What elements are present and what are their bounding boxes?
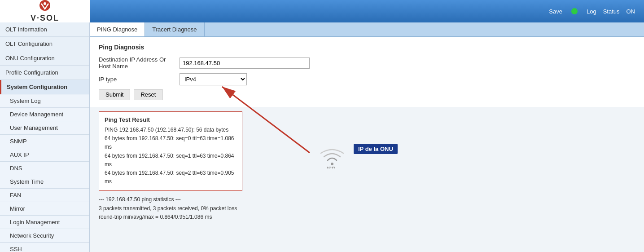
sidebar-item-fan[interactable]: FAN bbox=[0, 189, 89, 202]
reset-button[interactable]: Reset bbox=[134, 89, 162, 100]
sidebar-item-login-mgmt[interactable]: Login Management bbox=[0, 216, 89, 229]
sidebar-item-system-log[interactable]: System Log bbox=[0, 94, 89, 108]
on-link[interactable]: ON bbox=[626, 8, 635, 15]
ping-stats-line2: 3 packets transmitted, 3 packets receive… bbox=[99, 204, 635, 213]
sidebar-item-user-mgmt[interactable]: User Management bbox=[0, 121, 89, 135]
ip-type-label: IP type bbox=[99, 76, 180, 83]
tab-tracert-diagnose[interactable]: Tracert Diagnose bbox=[145, 22, 204, 36]
ping-result-title: Ping Test Result bbox=[105, 116, 237, 123]
tab-ping-diagnose[interactable]: PING Diagnose bbox=[90, 22, 145, 36]
sidebar-section-system-config[interactable]: System Configuration bbox=[0, 80, 89, 94]
log-link[interactable]: Log bbox=[587, 8, 596, 15]
ping-form: Ping Diagnosis Destination IP Address Or… bbox=[90, 37, 644, 107]
ip-type-select[interactable]: IPv4 IPv6 bbox=[180, 73, 247, 85]
logo-text: V·SOL bbox=[31, 13, 59, 23]
status-link[interactable]: Status bbox=[603, 8, 620, 15]
ping-result-line-3: 64 bytes from 192.168.47.50: seq=2 ttl=6… bbox=[105, 169, 237, 186]
dest-ip-label: Destination IP Address OrHost Name bbox=[99, 56, 180, 70]
ping-result-box: Ping Test Result PING 192.168.47.50 (192… bbox=[99, 111, 242, 191]
ping-stats-line1: --- 192.168.47.50 ping statistics --- bbox=[99, 195, 635, 204]
wifi-icon: ISP bbox=[319, 146, 346, 171]
sidebar-item-device-mgmt[interactable]: Device Management bbox=[0, 108, 89, 121]
sidebar-item-snmp[interactable]: SNMP bbox=[0, 135, 89, 148]
save-button[interactable]: Save bbox=[549, 8, 562, 15]
sidebar-item-system-time[interactable]: System Time bbox=[0, 175, 89, 189]
ping-result-line-0: PING 192.168.47.50 (192.168.47.50): 56 d… bbox=[105, 126, 237, 134]
ping-form-title: Ping Diagnosis bbox=[99, 44, 635, 51]
svg-text:ISP: ISP bbox=[327, 166, 335, 168]
sidebar: OLT Information OLT Configuration ONU Co… bbox=[0, 22, 90, 252]
submit-button[interactable]: Submit bbox=[99, 89, 130, 100]
ping-result-line-2: 64 bytes from 192.168.47.50: seq=1 ttl=6… bbox=[105, 152, 237, 169]
sidebar-item-profile-config[interactable]: Profile Configuration bbox=[0, 66, 89, 80]
ping-result-line-1: 64 bytes from 192.168.47.50: seq=0 ttl=6… bbox=[105, 134, 237, 151]
status-indicator bbox=[571, 8, 578, 14]
dest-ip-input[interactable] bbox=[180, 57, 310, 69]
content-area: PING Diagnose Tracert Diagnose Ping Diag… bbox=[90, 22, 644, 252]
tab-bar: PING Diagnose Tracert Diagnose bbox=[90, 22, 644, 37]
logo: V·SOL bbox=[0, 0, 90, 22]
svg-point-1 bbox=[44, 2, 46, 5]
sidebar-item-network-security[interactable]: Network Security bbox=[0, 229, 89, 243]
sidebar-item-onu-config[interactable]: ONU Configuration bbox=[0, 51, 89, 66]
svg-point-2 bbox=[331, 163, 333, 165]
onu-label: IP de la ONU bbox=[354, 144, 398, 154]
ping-stats: --- 192.168.47.50 ping statistics --- 3 … bbox=[90, 195, 644, 221]
sidebar-item-olt-info[interactable]: OLT Information bbox=[0, 22, 89, 37]
ping-stats-line3: round-trip min/avg/max = 0.864/0.951/1.0… bbox=[99, 213, 635, 221]
sidebar-item-mirror[interactable]: Mirror bbox=[0, 202, 89, 216]
sidebar-item-olt-config[interactable]: OLT Configuration bbox=[0, 37, 89, 51]
sidebar-item-aux-ip[interactable]: AUX IP bbox=[0, 148, 89, 162]
sidebar-item-dns[interactable]: DNS bbox=[0, 162, 89, 175]
sidebar-item-ssh[interactable]: SSH bbox=[0, 243, 89, 252]
